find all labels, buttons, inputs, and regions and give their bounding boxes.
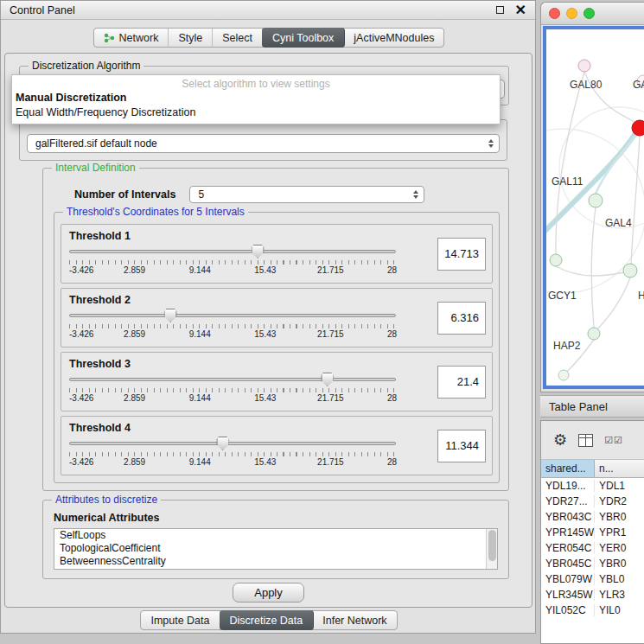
threshold-label: Threshold 4 bbox=[69, 422, 429, 434]
list-item[interactable]: TopologicalCoefficient bbox=[54, 542, 497, 555]
checkbox-icons[interactable]: ☑☑ bbox=[604, 435, 623, 446]
threshold-3-value[interactable]: 21.4 bbox=[437, 366, 486, 399]
threshold-2-slider[interactable] bbox=[69, 309, 396, 323]
slider-thumb[interactable] bbox=[252, 245, 265, 258]
network-node[interactable] bbox=[632, 120, 644, 136]
tab-style[interactable]: Style bbox=[169, 29, 213, 47]
table-row[interactable]: YBL079W YBL0 bbox=[541, 571, 644, 587]
table-row[interactable]: YDR27... YDR2 bbox=[541, 494, 644, 509]
slider-scale: -3.426 2.859 9.144 15.43 21.715 28 bbox=[69, 457, 396, 467]
table-panel-header[interactable]: Table Panel bbox=[540, 395, 644, 418]
cell[interactable]: YBR0 bbox=[595, 511, 644, 523]
threshold-4-slider[interactable] bbox=[69, 437, 396, 451]
bottom-tabstrip: Impute Data Discretize Data Infer Networ… bbox=[1, 610, 537, 630]
cell[interactable]: YPR1 bbox=[595, 526, 644, 539]
slider-track[interactable] bbox=[69, 250, 396, 253]
table-row[interactable]: YBR045C YBR0 bbox=[541, 556, 644, 571]
threshold-1-box: Threshold 1 -3.426 2.859 9.144 15.43 bbox=[61, 224, 493, 284]
number-of-intervals-row: Number of Intervals 5 bbox=[74, 186, 424, 203]
network-node-label: HAP2 bbox=[553, 340, 581, 352]
slider-thumb[interactable] bbox=[321, 373, 334, 386]
scrollbar-thumb[interactable] bbox=[488, 530, 496, 561]
threshold-2-value[interactable]: 6.316 bbox=[437, 302, 486, 335]
network-canvas[interactable]: GAL80GAGAL11GAL4GCY1HHAP2 bbox=[543, 26, 644, 389]
control-panel-titlebar[interactable]: Control Panel ✕ bbox=[1, 1, 535, 20]
network-node[interactable] bbox=[558, 370, 569, 380]
cell[interactable]: YDR27... bbox=[541, 495, 595, 507]
tab-label: Infer Network bbox=[322, 615, 386, 627]
group-title: Attributes to discretize bbox=[52, 494, 161, 506]
slider-thumb[interactable] bbox=[164, 309, 177, 322]
network-node[interactable] bbox=[578, 60, 590, 72]
scale-tick-label: 2.859 bbox=[124, 265, 145, 275]
cell[interactable]: YER0 bbox=[595, 542, 644, 554]
gear-icon[interactable]: ⚙ bbox=[553, 432, 567, 448]
threshold-4-value[interactable]: 11.344 bbox=[437, 430, 486, 462]
column-header-shared[interactable]: shared... bbox=[541, 460, 595, 477]
network-node[interactable] bbox=[623, 264, 637, 277]
tab-impute-data[interactable]: Impute Data bbox=[141, 611, 220, 629]
cell[interactable]: YDL1 bbox=[595, 480, 644, 492]
slider-track[interactable] bbox=[69, 378, 396, 381]
table-row[interactable]: YLR345W YLR3 bbox=[541, 587, 644, 603]
table-row[interactable]: YIL052C YIL0 bbox=[541, 603, 644, 618]
interval-definition-group: Interval Definition Number of Intervals … bbox=[42, 168, 509, 491]
algorithm-dropdown: Select algorithm to view settings Manual… bbox=[11, 74, 501, 124]
network-node[interactable] bbox=[588, 328, 600, 340]
dropdown-item-equal-width-frequency[interactable]: Equal Width/Frequency Discretization bbox=[12, 105, 500, 120]
cell[interactable]: YBR045C bbox=[541, 558, 595, 570]
network-node[interactable] bbox=[589, 194, 603, 207]
table-panel-title: Table Panel bbox=[549, 400, 608, 413]
mac-close-icon[interactable] bbox=[549, 8, 560, 19]
list-item[interactable]: SelfLoops bbox=[54, 529, 497, 542]
cell[interactable]: YPR145W bbox=[541, 526, 595, 539]
tab-network[interactable]: Network bbox=[94, 29, 169, 47]
cell[interactable]: YBL0 bbox=[595, 573, 644, 585]
tab-discretize-data[interactable]: Discretize Data bbox=[220, 610, 315, 630]
cell[interactable]: YIL0 bbox=[595, 604, 644, 616]
network-window-titlebar[interactable] bbox=[541, 3, 644, 25]
number-of-intervals-select[interactable]: 5 bbox=[189, 186, 424, 203]
threshold-1-slider[interactable] bbox=[69, 245, 396, 259]
cell[interactable]: YBR0 bbox=[595, 558, 644, 570]
table-row[interactable]: YDL19... YDL1 bbox=[541, 478, 644, 494]
table-panel-window: ⚙ ☑☑ shared... n... YDL19... YDL1 YDR27.… bbox=[540, 420, 644, 644]
list-item[interactable]: BetweennessCentrality bbox=[54, 555, 497, 568]
tab-infer-network[interactable]: Infer Network bbox=[313, 611, 396, 629]
table-row[interactable]: YBR043C YBR0 bbox=[541, 509, 644, 525]
cell[interactable]: YER054C bbox=[541, 542, 595, 554]
list-scrollbar[interactable] bbox=[486, 529, 497, 569]
cell[interactable]: YDL19... bbox=[541, 480, 595, 492]
apply-button[interactable]: Apply bbox=[233, 583, 304, 603]
dropdown-item-manual-discretization[interactable]: Manual Discretization bbox=[12, 91, 500, 105]
network-node[interactable] bbox=[550, 254, 562, 266]
column-header-name[interactable]: n... bbox=[595, 460, 644, 477]
scale-tick-label: 28 bbox=[387, 265, 397, 275]
scale-tick-label: 15.43 bbox=[254, 457, 276, 467]
tab-jactivemnodules[interactable]: jActiveMNodules bbox=[344, 29, 443, 47]
mac-zoom-icon[interactable] bbox=[583, 8, 595, 19]
slider-track[interactable] bbox=[69, 314, 396, 317]
cell[interactable]: YLR3 bbox=[595, 589, 644, 601]
cell[interactable]: YBL079W bbox=[541, 573, 595, 585]
numerical-attributes-list[interactable]: SelfLoops TopologicalCoefficient Between… bbox=[54, 528, 498, 570]
table-row[interactable]: YPR145W YPR1 bbox=[541, 525, 644, 540]
float-icon[interactable] bbox=[496, 6, 504, 14]
threshold-3-box: Threshold 3 -3.426 2.859 9.144 15.43 bbox=[61, 352, 493, 411]
tab-cyni-toolbox[interactable]: Cyni Toolbox bbox=[262, 28, 345, 48]
table-data-select[interactable]: galFiltered.sif default node bbox=[27, 134, 500, 153]
mac-minimize-icon[interactable] bbox=[566, 8, 577, 19]
tab-select[interactable]: Select bbox=[213, 29, 263, 47]
cell[interactable]: YDR2 bbox=[595, 495, 644, 507]
close-icon[interactable]: ✕ bbox=[515, 4, 526, 16]
threshold-3-slider[interactable] bbox=[69, 373, 396, 387]
threshold-1-value[interactable]: 14.713 bbox=[437, 238, 486, 271]
threshold-label: Threshold 1 bbox=[69, 230, 429, 242]
table-row[interactable]: YER054C YER0 bbox=[541, 540, 644, 556]
slider-track[interactable] bbox=[69, 442, 396, 445]
table-columns-icon[interactable] bbox=[578, 434, 593, 447]
cell[interactable]: YIL052C bbox=[541, 604, 595, 616]
cell[interactable]: YBR043C bbox=[541, 511, 595, 523]
cell[interactable]: YLR345W bbox=[541, 589, 595, 601]
slider-thumb[interactable] bbox=[216, 437, 229, 450]
